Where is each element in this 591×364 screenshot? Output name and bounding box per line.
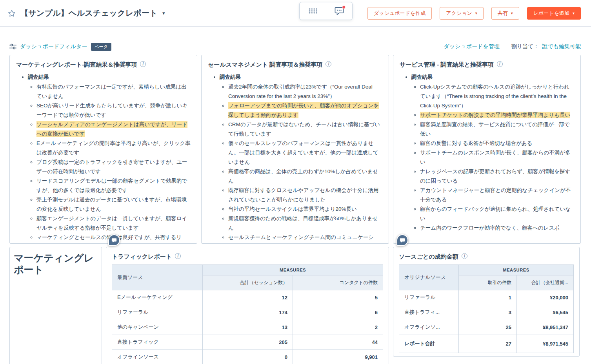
cell-value[interactable]: ¥6,545 xyxy=(517,305,574,320)
cell-value[interactable]: 205 xyxy=(203,335,293,350)
report-card-service: サービス管理 - 調査結果と推奨事項 i 調査結果 Click-Upシステムでの… xyxy=(393,55,581,244)
info-icon[interactable]: i xyxy=(497,61,503,67)
list-item: SEOが高いリード生成をもたらしていますが、競争が激しいキーワードでは順位が低い… xyxy=(36,101,191,120)
toolbar-right: ダッシュボードを管理 割り当て： 誰でも編集可能 xyxy=(444,43,581,50)
table-row: Eメールマーケティング 12 5 xyxy=(112,290,383,305)
edit-permission-link[interactable]: 誰でも編集可能 xyxy=(542,43,581,50)
table-total-row: レポート合計 27 ¥8,971,545 xyxy=(399,335,574,353)
page-title: 【サンプル】ヘルスチェックレポート xyxy=(20,8,158,18)
measures-header: MEASURES xyxy=(203,264,383,275)
cell-value[interactable]: 13 xyxy=(203,320,293,335)
cell-value[interactable]: 25 xyxy=(459,320,517,335)
info-icon[interactable]: i xyxy=(326,61,331,67)
info-icon[interactable]: i xyxy=(175,253,181,259)
row-label: 直接トラフィック xyxy=(112,335,203,350)
cell-value[interactable]: ¥8,951,347 xyxy=(517,320,574,335)
header-icon-group xyxy=(299,2,353,20)
table-row: オフラインソース 0 9,901 xyxy=(112,350,383,364)
cell-value[interactable]: 27 xyxy=(459,335,517,353)
table-row: 直接トラフィック 205 44 xyxy=(112,335,383,350)
cell-value[interactable]: 44 xyxy=(293,335,383,350)
row-label: オフラインソ... xyxy=(399,320,459,335)
beta-badge: ベータ xyxy=(91,43,111,51)
create-dashboard-label: ダッシュボードを作成 xyxy=(374,10,426,17)
list-item: 新規顧客獲得のための戦略は、目標達成率が50%しかありません xyxy=(228,214,382,233)
table-row: リファーラル 174 6 xyxy=(112,305,383,320)
info-icon[interactable]: i xyxy=(462,253,467,259)
list-item: アカウントマネージャーと顧客との定期的なチェックインが不十分である xyxy=(420,186,574,205)
comments-button[interactable] xyxy=(326,2,352,20)
dashboard-toolbar: ダッシュボードフィルター ベータ ダッシュボードを管理 割り当て： 誰でも編集可… xyxy=(9,40,581,53)
actions-button[interactable]: アクション ▾ xyxy=(440,7,484,20)
cell-value[interactable]: 0 xyxy=(203,350,293,364)
measures-header: MEASURES xyxy=(459,264,574,275)
title-caret-icon[interactable]: ▾ xyxy=(162,10,165,16)
filter-sliders-icon xyxy=(9,43,16,50)
manage-dashboard-link[interactable]: ダッシュボードを管理 xyxy=(444,43,499,50)
list-item: Eメールマーケティングの開封率は平均より高いが、クリック率は改善が必要です xyxy=(36,139,191,158)
list-item: 既存顧客に対するクロスセルやアップセルの機会が十分に活用されていないことが明らか… xyxy=(228,186,382,205)
top-header: 【サンプル】ヘルスチェックレポート ▾ ダッシュボードを作成 アクション ▾ xyxy=(0,0,591,27)
cell-value[interactable]: 6 xyxy=(293,305,383,320)
cell-value[interactable]: 3 xyxy=(459,305,517,320)
list-item: ブログ投稿は一定のトラフィックを引き寄せていますが、ユーザーの滞在時間が短いです xyxy=(36,158,191,176)
table-row: オフラインソ... 25 ¥8,951,347 xyxy=(399,320,574,335)
list-item: 顧客満足度調査の結果、サービス品質についての評価が一部で低い xyxy=(420,120,574,139)
text-card-marketing-report: マーケティングレポート xyxy=(9,247,102,364)
info-icon[interactable]: i xyxy=(140,61,146,67)
section-heading: 調査結果 xyxy=(28,74,49,80)
favorite-button[interactable] xyxy=(7,9,16,18)
table-row: 直接トラフィ... 3 ¥6,545 xyxy=(399,305,574,320)
row-label: リファーラル xyxy=(112,305,203,320)
comment-pin[interactable] xyxy=(108,234,120,246)
add-report-label: レポートを追加 xyxy=(533,10,569,17)
chevron-down-icon: ▾ xyxy=(475,11,477,15)
cell-value[interactable]: 1 xyxy=(459,290,517,305)
report-cards-row: マーケティングレポート-調査結果＆推奨事項 i 調査結果 有料広告のパフォーマン… xyxy=(9,55,581,244)
list-item: サポートチームのレスポンス時間が長く、顧客からの不満が多い xyxy=(420,148,574,167)
list-item: 過去2年間の全体の取引成約率は23%です（“Our overall Deal C… xyxy=(228,82,382,101)
table-row: リファーラル 1 ¥20,000 xyxy=(399,290,574,305)
deals-by-source-card: ソースごとの成約金額 i オリジナルソース MEASURES 取引の件数 合計（… xyxy=(393,247,580,357)
text-card-title: マーケティングレポート xyxy=(14,252,98,275)
notification-dot xyxy=(342,5,346,9)
traffic-table: 最新ソース MEASURES 合計（セッション数） コンタクトの件数 Eメールマ… xyxy=(112,264,383,364)
list-item: 個々のセールスレップのパフォーマンスは一貫性がありません。一部は目標を大きく超え… xyxy=(228,139,382,167)
share-button[interactable]: 共有 ▾ xyxy=(491,7,519,20)
column-header-sessions: 合計（セッション数） xyxy=(203,275,293,290)
list-item: 有料広告のパフォーマンスは一定ですが、素晴らしい成果は出ていません xyxy=(36,82,191,101)
list-item: 顧客エンゲージメントのデータは一貫していますが、顧客ロイヤルティを反映する指標が… xyxy=(36,214,191,233)
cell-value[interactable]: 12 xyxy=(203,290,293,305)
traffic-row-header: 最新ソース xyxy=(112,264,203,290)
add-report-button[interactable]: レポートを追加 ▾ xyxy=(527,7,581,20)
report-card-marketing: マーケティングレポート-調査結果＆推奨事項 i 調査結果 有料広告のパフォーマン… xyxy=(9,55,197,244)
share-label: 共有 xyxy=(498,10,508,17)
deals-table: オリジナルソース MEASURES 取引の件数 合計（会社通貨... リファーラ… xyxy=(399,264,574,353)
card-title: セールスマネジメント 調査事項＆推奨事項 xyxy=(208,61,322,69)
create-dashboard-button[interactable]: ダッシュボードを作成 xyxy=(367,7,432,20)
list-item: 高価格帯の商品は、全体の売上のわずか10%しか占めていません xyxy=(228,167,382,186)
list-item: 当社の平均セールスサイクルは業界平均より20%長い xyxy=(228,205,382,214)
row-label: Eメールマーケティング xyxy=(112,290,203,305)
section-heading: 調査結果 xyxy=(411,74,433,80)
cell-value[interactable]: 5 xyxy=(293,290,383,305)
list-item: ナレッジベースの記事が更新されておらず、顧客が情報を探すのに困っている xyxy=(420,167,574,186)
grid-view-button[interactable] xyxy=(300,2,326,20)
table-row: 他のキャンペーン 13 2 xyxy=(112,320,383,335)
chevron-down-icon: ▾ xyxy=(573,11,575,15)
card-title: サービス管理 - 調査結果と推奨事項 xyxy=(400,61,494,69)
star-icon xyxy=(8,9,16,17)
comment-pin[interactable] xyxy=(396,234,408,246)
cell-value[interactable]: 9,901 xyxy=(293,350,383,364)
list-item: 顧客の反響に対する返答が不適切な場合がある xyxy=(420,139,574,148)
cell-value[interactable]: ¥8,971,545 xyxy=(517,335,574,353)
cell-value[interactable]: 174 xyxy=(203,305,293,320)
list-item: セールスチームとマーケティングチーム間のコミュニケーシ xyxy=(228,233,382,242)
comment-bubble-icon xyxy=(111,238,117,243)
column-header-amount: 合計（会社通貨... xyxy=(517,275,574,290)
cell-value[interactable]: ¥20,000 xyxy=(517,290,574,305)
actions-label: アクション xyxy=(446,10,472,17)
dashboard-filter-link[interactable]: ダッシュボードフィルター xyxy=(9,43,87,50)
cell-value[interactable]: 2 xyxy=(293,320,383,335)
list-item: サポートチケットの解決までの平均時間が業界平均よりも長い xyxy=(420,110,574,120)
